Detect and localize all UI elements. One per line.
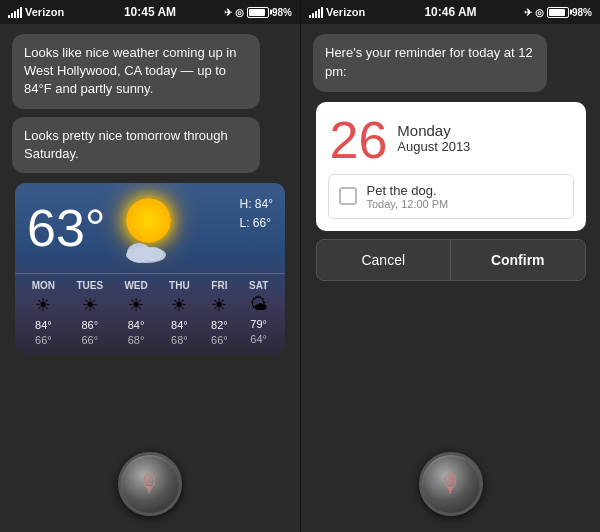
- left-signal-icon: [8, 6, 22, 18]
- day-label-sat: SAT: [249, 280, 268, 291]
- right-battery-pct: 98%: [572, 7, 592, 18]
- weather-top: 63° H: 84° L: 66°: [15, 183, 285, 269]
- weather-card: 63° H: 84° L: 66° MON ☀ 84° 66°: [15, 183, 285, 354]
- right-panel: Verizon 10:46 AM ✈ ◎ 98% Here's your rem…: [300, 0, 600, 532]
- action-buttons: Cancel Confirm: [316, 239, 586, 281]
- day-icon-wed: ☀: [128, 294, 144, 316]
- reminder-weekday: Monday: [397, 122, 470, 139]
- left-battery-pct: 98%: [272, 7, 292, 18]
- left-mic-icon: 🎙: [138, 470, 162, 498]
- day-low-sat: 64°: [250, 333, 267, 345]
- reminder-bubble-text: Here's your reminder for today at 12 pm:: [325, 45, 533, 79]
- day-high-tues: 86°: [81, 319, 98, 331]
- reminder-speech-bubble: Here's your reminder for today at 12 pm:: [313, 34, 547, 92]
- reminder-item-time: Today, 12:00 PM: [367, 198, 449, 210]
- day-high-wed: 84°: [128, 319, 145, 331]
- cloud-svg: [121, 235, 171, 263]
- reminder-month-year: August 2013: [397, 139, 470, 154]
- day-low-mon: 66°: [35, 334, 52, 346]
- right-battery-fill: [549, 9, 565, 16]
- reminder-checkbox[interactable]: [339, 187, 357, 205]
- confirm-button[interactable]: Confirm: [451, 240, 585, 280]
- day-label-thu: THU: [169, 280, 190, 291]
- weather-high: H: 84°: [240, 195, 273, 214]
- left-carrier: Verizon: [25, 6, 64, 18]
- day-label-mon: MON: [32, 280, 55, 291]
- weather-bubble-text: Looks like nice weather coming up in Wes…: [24, 45, 236, 96]
- day-low-thu: 68°: [171, 334, 188, 346]
- day-high-thu: 84°: [171, 319, 188, 331]
- weather-high-low: H: 84° L: 66°: [240, 195, 273, 233]
- confirm-label: Confirm: [491, 252, 545, 268]
- day-icon-thu: ☀: [171, 294, 187, 316]
- weather-day-tues: TUES ☀ 86° 66°: [76, 280, 103, 346]
- right-status-left: Verizon: [309, 6, 365, 18]
- right-battery-icon: [547, 7, 569, 18]
- current-temp: 63°: [27, 202, 106, 254]
- right-location-icon: ◎: [535, 7, 544, 18]
- weather-low: L: 66°: [240, 214, 273, 233]
- weather-day-wed: WED ☀ 84° 68°: [124, 280, 147, 346]
- sun-cloud-icon: [121, 193, 191, 263]
- day-low-fri: 66°: [211, 334, 228, 346]
- right-mic-icon: 🎙: [439, 470, 463, 498]
- weekend-bubble-text: Looks pretty nice tomorrow through Satur…: [24, 128, 228, 161]
- reminder-item-row: Pet the dog. Today, 12:00 PM: [328, 174, 574, 219]
- day-high-mon: 84°: [35, 319, 52, 331]
- day-label-tues: TUES: [76, 280, 103, 291]
- day-label-fri: FRI: [211, 280, 227, 291]
- svg-point-2: [143, 247, 163, 261]
- reminder-text-block: Pet the dog. Today, 12:00 PM: [367, 183, 449, 210]
- day-icon-mon: ☀: [35, 294, 51, 316]
- left-status-right: ✈ ◎ 98%: [224, 7, 292, 18]
- left-status-left: Verizon: [8, 6, 64, 18]
- weather-day-sat: SAT 🌤 79° 64°: [249, 280, 268, 346]
- left-bubbles-area: Looks like nice weather coming up in Wes…: [0, 24, 300, 183]
- weather-day-thu: THU ☀ 84° 68°: [169, 280, 190, 346]
- reminder-day-number: 26: [330, 114, 388, 166]
- right-signal-icon: [309, 6, 323, 18]
- left-siri-button[interactable]: 🎙: [118, 452, 182, 516]
- right-time: 10:46 AM: [424, 5, 476, 19]
- reminder-card: 26 Monday August 2013 Pet the dog. Today…: [316, 102, 586, 231]
- left-time: 10:45 AM: [124, 5, 176, 19]
- weekend-speech-bubble: Looks pretty nice tomorrow through Satur…: [12, 117, 260, 173]
- reminder-item-title: Pet the dog.: [367, 183, 449, 198]
- left-panel: Verizon 10:45 AM ✈ ◎ 98% Looks like nice…: [0, 0, 300, 532]
- left-status-bar: Verizon 10:45 AM ✈ ◎ 98%: [0, 0, 300, 24]
- right-bubble-area: Here's your reminder for today at 12 pm:: [301, 24, 600, 102]
- left-battery-icon: [247, 7, 269, 18]
- weather-speech-bubble: Looks like nice weather coming up in Wes…: [12, 34, 260, 109]
- right-nav-icon: ✈: [524, 7, 532, 18]
- day-low-tues: 66°: [81, 334, 98, 346]
- reminder-date-row: 26 Monday August 2013: [316, 102, 586, 174]
- right-carrier: Verizon: [326, 6, 365, 18]
- left-battery-fill: [249, 9, 265, 16]
- right-siri-button[interactable]: 🎙: [419, 452, 483, 516]
- weather-days-row: MON ☀ 84° 66° TUES ☀ 86° 66° WED ☀ 84° 6…: [15, 273, 285, 354]
- day-icon-tues: ☀: [82, 294, 98, 316]
- day-low-wed: 68°: [128, 334, 145, 346]
- right-status-bar: Verizon 10:46 AM ✈ ◎ 98%: [301, 0, 600, 24]
- day-label-wed: WED: [124, 280, 147, 291]
- right-status-right: ✈ ◎ 98%: [524, 7, 592, 18]
- weather-day-fri: FRI ☀ 82° 66°: [211, 280, 228, 346]
- left-location-icon: ◎: [235, 7, 244, 18]
- cancel-button[interactable]: Cancel: [317, 240, 452, 280]
- day-high-fri: 82°: [211, 319, 228, 331]
- day-icon-fri: ☀: [211, 294, 227, 316]
- reminder-day-info: Monday August 2013: [397, 114, 470, 154]
- day-icon-sat: 🌤: [250, 294, 268, 315]
- weather-day-mon: MON ☀ 84° 66°: [32, 280, 55, 346]
- left-nav-icon: ✈: [224, 7, 232, 18]
- day-high-sat: 79°: [250, 318, 267, 330]
- cancel-label: Cancel: [361, 252, 405, 268]
